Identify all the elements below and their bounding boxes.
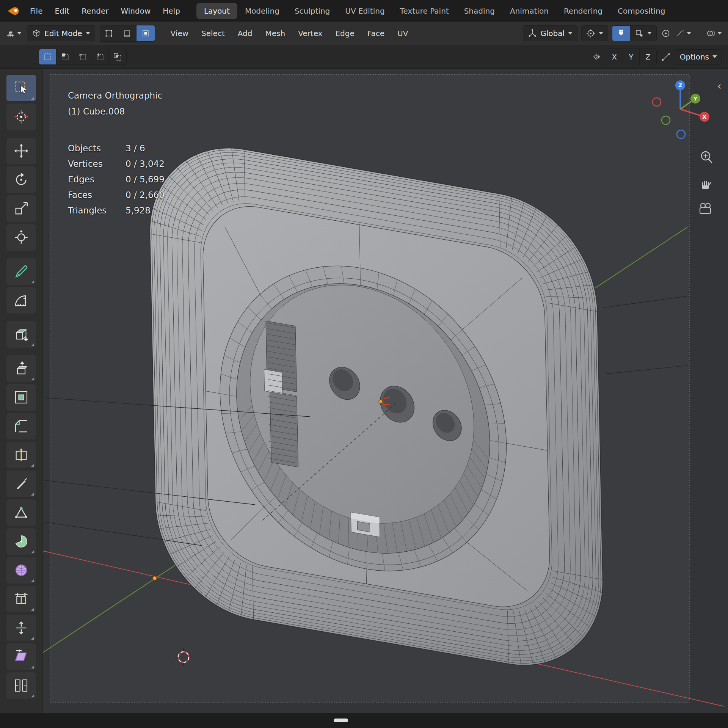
mode-selector[interactable]: Edit Mode — [27, 25, 95, 41]
menu-file[interactable]: File — [25, 4, 47, 18]
tab-animation[interactable]: Animation — [502, 3, 556, 19]
object-origin-dot — [153, 576, 157, 581]
tool-shear[interactable] — [6, 643, 36, 670]
socket-mesh-object[interactable] — [148, 133, 605, 681]
menu-window[interactable]: Window — [116, 4, 155, 18]
tool-extrude[interactable] — [6, 355, 36, 382]
tool-move[interactable] — [6, 138, 36, 164]
mirror-axis-x[interactable]: X — [606, 49, 623, 65]
vertex-select-mode-button[interactable] — [100, 25, 118, 41]
bottom-editor-strip[interactable] — [0, 713, 728, 728]
editor-type-button[interactable] — [5, 28, 22, 39]
tool-spin[interactable] — [6, 528, 36, 555]
tool-annotate[interactable] — [6, 258, 36, 285]
chevron-down-icon — [687, 32, 691, 35]
snap-settings-dropdown[interactable] — [630, 25, 657, 41]
add-cube-icon — [14, 327, 29, 342]
options-dropdown[interactable]: Options — [675, 49, 722, 64]
pivot-point-dropdown[interactable] — [581, 25, 608, 41]
viewport-3d[interactable]: ZYX ‹ — [43, 69, 728, 713]
tool-transform[interactable] — [6, 224, 36, 251]
bevel-icon — [14, 419, 29, 434]
viewport-menu-select[interactable]: Select — [196, 26, 230, 41]
tab-compositing[interactable]: Compositing — [610, 3, 673, 19]
orientation-axes-icon — [528, 29, 537, 38]
tool-add-cube[interactable] — [6, 321, 36, 348]
face-select-mode-button[interactable] — [136, 25, 155, 41]
tool-shrink-fatten[interactable] — [6, 615, 36, 641]
spin-icon — [14, 534, 29, 549]
viewport-menu-edge[interactable]: Edge — [330, 26, 359, 41]
tab-shading[interactable]: Shading — [457, 3, 502, 19]
viewport-menu-uv[interactable]: UV — [392, 26, 413, 41]
tool-inset[interactable] — [6, 384, 36, 411]
tab-uv-editing[interactable]: UV Editing — [337, 3, 392, 19]
tool-smooth[interactable] — [6, 557, 36, 584]
tool-shelf — [0, 69, 43, 713]
select-extend-icon — [61, 52, 70, 61]
select-subtract-button[interactable] — [74, 49, 91, 64]
proportional-falloff-dropdown[interactable] — [675, 28, 692, 39]
snap-sequence-toggle[interactable] — [661, 52, 671, 62]
overlays-dropdown[interactable] — [706, 28, 723, 39]
chevron-down-icon — [712, 55, 717, 58]
gizmo-y-neg-axis[interactable] — [662, 116, 670, 124]
tab-sculpting[interactable]: Sculpting — [287, 3, 337, 19]
menu-edit[interactable]: Edit — [50, 4, 74, 18]
menu-render[interactable]: Render — [77, 4, 113, 18]
tool-select-box[interactable] — [6, 75, 36, 101]
gizmo-z-neg-axis[interactable] — [677, 130, 685, 138]
tool-scale[interactable] — [6, 195, 36, 222]
viewport-menu-view[interactable]: View — [166, 26, 193, 41]
transform-orientation-dropdown[interactable]: Global — [523, 25, 577, 41]
tool-measure[interactable] — [6, 287, 36, 314]
workspace-tabs: LayoutModelingSculptingUV EditingTexture… — [196, 0, 728, 22]
tool-loop-cut[interactable] — [6, 442, 36, 468]
tab-modeling[interactable]: Modeling — [237, 3, 287, 19]
header-right-cluster: Global — [523, 25, 723, 41]
select-intersect-button[interactable] — [109, 49, 126, 64]
blender-logo-icon[interactable] — [5, 3, 22, 19]
select-set-button[interactable] — [39, 49, 56, 64]
tool-rip-region[interactable] — [6, 672, 36, 699]
tab-texture-paint[interactable]: Texture Paint — [392, 3, 457, 19]
tool-edge-slide[interactable] — [6, 586, 36, 612]
menu-help[interactable]: Help — [158, 4, 185, 18]
select-extend-button[interactable] — [56, 49, 74, 64]
knife-icon — [14, 476, 29, 491]
tool-bevel[interactable] — [6, 413, 36, 439]
mirror-axis-z[interactable]: Z — [640, 49, 656, 65]
mirror-axis-y[interactable]: Y — [623, 49, 640, 65]
chevron-down-icon — [17, 32, 22, 35]
tab-layout[interactable]: Layout — [196, 3, 237, 19]
viewport-menu-add[interactable]: Add — [233, 26, 257, 41]
svg-text:Z: Z — [678, 82, 682, 88]
pivot-point-icon — [586, 29, 595, 38]
vertex-mode-icon — [104, 29, 113, 38]
tool-cursor[interactable] — [6, 104, 36, 130]
topbar: FileEditRenderWindowHelp LayoutModelingS… — [0, 0, 728, 22]
tool-knife[interactable] — [6, 471, 36, 497]
viewport-editor-icon — [6, 29, 15, 38]
tab-rendering[interactable]: Rendering — [556, 3, 610, 19]
viewport-menu-vertex[interactable]: Vertex — [293, 26, 327, 41]
gizmo-x-neg-axis[interactable] — [653, 98, 661, 106]
options-label: Options — [680, 52, 709, 61]
edge-mode-icon — [122, 29, 132, 38]
loop-cut-icon — [14, 447, 29, 463]
tool-poly-build[interactable] — [6, 499, 36, 526]
chevron-down-icon — [647, 32, 652, 35]
edge-select-mode-button[interactable] — [118, 25, 136, 41]
viewport-menu-mesh[interactable]: Mesh — [260, 26, 290, 41]
editor-resize-handle[interactable] — [334, 719, 348, 722]
svg-text:Y: Y — [693, 96, 698, 102]
snap-toggle-button[interactable] — [612, 25, 630, 41]
rip-region-icon — [14, 678, 29, 693]
proportional-editing-toggle[interactable] — [661, 28, 671, 39]
viewport-menu-face[interactable]: Face — [362, 26, 389, 41]
mirror-toggle[interactable] — [592, 52, 602, 62]
sidebar-toggle-arrow[interactable]: ‹ — [717, 79, 722, 93]
select-invert-button[interactable] — [91, 49, 109, 64]
viewport-canvas[interactable]: ZYX ‹ — [43, 69, 728, 713]
tool-rotate[interactable] — [6, 166, 36, 193]
